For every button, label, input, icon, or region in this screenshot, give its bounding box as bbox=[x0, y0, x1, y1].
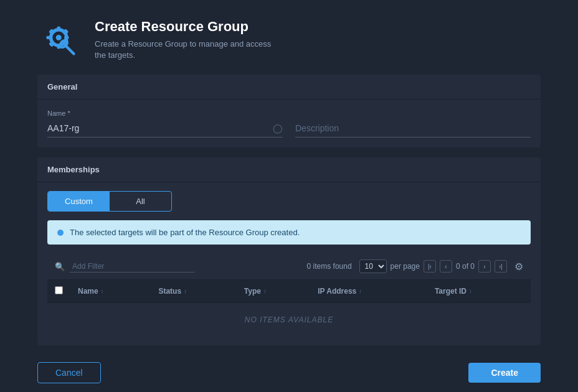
page-subtitle: Create a Resource Group to manage and ac… bbox=[95, 39, 282, 61]
col-ip: IP Address ↕ bbox=[310, 280, 427, 303]
pagination-controls: 10 25 50 per page |‹ ‹ 0 of 0 › ›| bbox=[359, 259, 507, 273]
table-head: Name ↕ Status ↕ bbox=[47, 280, 531, 303]
pagination-text: 0 of 0 bbox=[456, 262, 475, 271]
search-area: 🔍 bbox=[55, 261, 300, 273]
gear-wrench-icon bbox=[37, 17, 82, 62]
description-input[interactable] bbox=[295, 119, 531, 137]
col-ip-sort: IP Address ↕ bbox=[318, 287, 420, 296]
col-type: Type ↕ bbox=[237, 280, 310, 303]
col-target-id: Target ID ↕ bbox=[427, 280, 531, 303]
form-row: Name * ◯ bbox=[47, 110, 531, 138]
general-section-body: Name * ◯ bbox=[37, 100, 541, 147]
prev-page-button[interactable]: ‹ bbox=[440, 260, 452, 273]
general-section: General Name * ◯ bbox=[37, 75, 541, 147]
table-body: NO ITEMS AVAILABLE bbox=[47, 303, 531, 337]
table-settings-button[interactable]: ⚙ bbox=[514, 261, 523, 273]
items-found-label: 0 items found bbox=[307, 262, 352, 271]
memberships-body: Custom All The selected targets will be … bbox=[37, 182, 541, 345]
svg-line-10 bbox=[65, 45, 74, 54]
search-icon: 🔍 bbox=[55, 262, 65, 271]
description-field-container bbox=[295, 119, 531, 138]
description-input-wrapper bbox=[295, 119, 531, 138]
page-title: Create Resource Group bbox=[95, 19, 282, 35]
header-text: Create Resource Group Create a Resource … bbox=[95, 19, 282, 61]
data-table: Name ↕ Status ↕ bbox=[47, 280, 531, 337]
col-name-sort: Name ↕ bbox=[78, 287, 143, 296]
table-toolbar: 🔍 0 items found 10 25 50 per page |‹ bbox=[47, 253, 531, 280]
svg-rect-2 bbox=[57, 26, 60, 30]
sort-icon-status: ↕ bbox=[184, 288, 187, 294]
next-page-button[interactable]: › bbox=[478, 260, 491, 273]
memberships-section-header: Memberships bbox=[37, 157, 541, 182]
name-input-wrapper: ◯ bbox=[47, 119, 283, 138]
no-items-row: NO ITEMS AVAILABLE bbox=[47, 303, 531, 337]
memberships-section: Memberships Custom All The selected targ… bbox=[37, 157, 541, 345]
no-items-label: NO ITEMS AVAILABLE bbox=[47, 303, 531, 337]
per-page-label: per page bbox=[391, 262, 420, 271]
membership-tabs: Custom All bbox=[47, 191, 172, 212]
info-banner-text: The selected targets will be part of the… bbox=[70, 228, 300, 237]
name-label: Name * bbox=[47, 110, 283, 117]
svg-rect-5 bbox=[64, 36, 69, 39]
sort-icon-ip: ↕ bbox=[359, 288, 362, 294]
col-target-id-sort: Target ID ↕ bbox=[435, 287, 523, 296]
select-all-checkbox[interactable] bbox=[55, 286, 63, 294]
col-status-sort: Status ↕ bbox=[158, 287, 229, 296]
create-button[interactable]: Create bbox=[468, 363, 541, 383]
first-page-button[interactable]: |‹ bbox=[424, 260, 436, 273]
col-type-sort: Type ↕ bbox=[244, 287, 303, 296]
sort-icon-target-id: ↕ bbox=[469, 288, 472, 294]
check-circle-icon: ◯ bbox=[273, 123, 283, 133]
header-area: Create Resource Group Create a Resource … bbox=[0, 0, 578, 75]
general-section-header: General bbox=[37, 75, 541, 100]
sort-icon-name: ↕ bbox=[101, 288, 104, 294]
footer: Cancel Create bbox=[0, 353, 578, 392]
cancel-button[interactable]: Cancel bbox=[37, 362, 101, 383]
select-all-col bbox=[47, 280, 70, 303]
name-input[interactable] bbox=[47, 119, 270, 137]
search-input[interactable] bbox=[70, 261, 194, 273]
main-content: General Name * ◯ bbox=[0, 75, 578, 353]
name-field-container: Name * ◯ bbox=[47, 110, 283, 138]
col-status: Status ↕ bbox=[151, 280, 236, 303]
per-page-select[interactable]: 10 25 50 bbox=[359, 259, 387, 273]
tab-all[interactable]: All bbox=[110, 192, 171, 211]
svg-rect-4 bbox=[46, 36, 50, 39]
info-dot-icon bbox=[57, 230, 64, 236]
last-page-button[interactable]: ›| bbox=[495, 260, 507, 273]
page-wrapper: Create Resource Group Create a Resource … bbox=[0, 0, 578, 392]
col-name: Name ↕ bbox=[70, 280, 151, 303]
table-header-row: Name ↕ Status ↕ bbox=[47, 280, 531, 303]
tab-custom[interactable]: Custom bbox=[48, 192, 110, 211]
table-container: 🔍 0 items found 10 25 50 per page |‹ bbox=[47, 253, 531, 337]
info-banner: The selected targets will be part of the… bbox=[47, 220, 531, 245]
svg-point-1 bbox=[56, 35, 62, 40]
sort-icon-type: ↕ bbox=[263, 288, 267, 294]
